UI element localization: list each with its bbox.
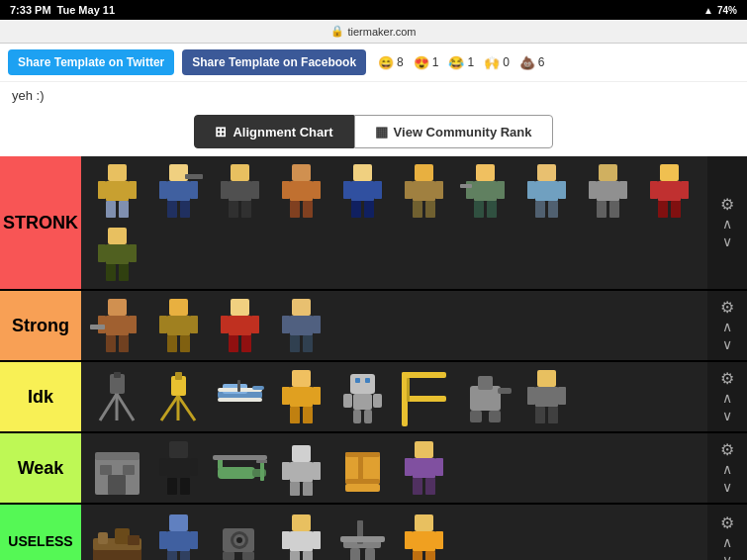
list-item[interactable] bbox=[271, 437, 330, 499]
down-button-useless[interactable]: ∨ bbox=[720, 552, 734, 561]
object-svg bbox=[458, 366, 513, 427]
svg-rect-72 bbox=[106, 335, 116, 352]
list-item[interactable] bbox=[210, 295, 269, 356]
reaction-hands[interactable]: 🙌 0 bbox=[484, 55, 510, 70]
gear-button-stronk[interactable]: ⚙ bbox=[718, 196, 736, 214]
svg-rect-199 bbox=[340, 536, 385, 542]
reaction-love[interactable]: 😍 1 bbox=[414, 55, 439, 70]
list-item[interactable] bbox=[271, 366, 330, 427]
up-button-strong[interactable]: ∧ bbox=[720, 319, 734, 334]
svg-rect-177 bbox=[169, 514, 188, 531]
list-item[interactable] bbox=[516, 366, 576, 427]
gear-button-useless[interactable]: ⚙ bbox=[718, 514, 736, 532]
main-content: Share Template on Twitter Share Template… bbox=[0, 44, 747, 560]
reaction-laugh[interactable]: 😂 1 bbox=[448, 55, 474, 70]
list-item[interactable] bbox=[394, 160, 453, 222]
svg-rect-197 bbox=[350, 548, 360, 561]
list-item[interactable] bbox=[271, 511, 330, 561]
svg-rect-174 bbox=[98, 532, 108, 544]
list-item[interactable] bbox=[394, 366, 453, 427]
gear-button-weak[interactable]: ⚙ bbox=[718, 441, 736, 459]
tab-community[interactable]: ▦ View Community Rank bbox=[354, 115, 553, 148]
list-item[interactable] bbox=[87, 160, 146, 222]
svg-rect-189 bbox=[292, 514, 311, 531]
action-bar: Share Template on Twitter Share Template… bbox=[0, 44, 747, 82]
object-svg bbox=[213, 511, 267, 561]
laugh-count: 1 bbox=[467, 55, 474, 69]
svg-rect-201 bbox=[413, 531, 435, 551]
up-button-idk[interactable]: ∧ bbox=[720, 390, 734, 406]
list-item[interactable] bbox=[210, 511, 269, 561]
list-item[interactable] bbox=[87, 366, 146, 427]
svg-rect-62 bbox=[108, 228, 127, 244]
list-item[interactable] bbox=[210, 366, 269, 427]
tier-label-useless: USELESS bbox=[0, 505, 81, 560]
list-item[interactable] bbox=[148, 160, 208, 222]
list-item[interactable] bbox=[210, 437, 269, 499]
share-twitter-button[interactable]: Share Template on Twitter bbox=[8, 49, 174, 75]
tier-row-strong: Strong bbox=[0, 291, 747, 362]
svg-rect-204 bbox=[413, 551, 422, 561]
svg-rect-5 bbox=[119, 201, 129, 218]
list-item[interactable] bbox=[394, 437, 453, 499]
svg-rect-88 bbox=[290, 316, 313, 335]
list-item[interactable] bbox=[87, 224, 146, 285]
svg-rect-69 bbox=[106, 316, 129, 335]
down-button-strong[interactable]: ∨ bbox=[720, 336, 734, 352]
svg-rect-55 bbox=[609, 201, 619, 218]
svg-rect-68 bbox=[108, 299, 127, 316]
svg-rect-57 bbox=[658, 181, 681, 201]
svg-rect-4 bbox=[106, 201, 116, 218]
list-item[interactable] bbox=[148, 511, 208, 561]
svg-line-97 bbox=[117, 394, 134, 420]
gear-button-strong[interactable]: ⚙ bbox=[718, 299, 736, 317]
object-svg bbox=[335, 437, 390, 499]
object-svg bbox=[274, 437, 328, 499]
svg-rect-1 bbox=[106, 181, 129, 201]
character-svg bbox=[90, 224, 144, 285]
up-button-stronk[interactable]: ∧ bbox=[720, 216, 734, 232]
list-item[interactable] bbox=[148, 366, 208, 427]
list-item[interactable] bbox=[87, 295, 146, 356]
svg-rect-12 bbox=[185, 174, 203, 179]
list-item[interactable] bbox=[578, 160, 637, 222]
list-item[interactable] bbox=[516, 160, 576, 222]
list-item[interactable] bbox=[332, 437, 392, 499]
list-item[interactable] bbox=[210, 160, 269, 222]
down-button-weak[interactable]: ∨ bbox=[720, 479, 734, 495]
up-button-weak[interactable]: ∧ bbox=[720, 461, 734, 477]
tab-alignment[interactable]: ⊞ Alignment Chart bbox=[194, 115, 353, 148]
share-facebook-button[interactable]: Share Template on Facebook bbox=[182, 49, 366, 75]
tier-controls-useless: ⚙ ∧ ∨ bbox=[707, 505, 747, 560]
svg-rect-27 bbox=[343, 181, 351, 199]
up-button-useless[interactable]: ∧ bbox=[720, 534, 734, 550]
list-item[interactable] bbox=[332, 160, 392, 222]
love-count: 1 bbox=[432, 55, 439, 69]
list-item[interactable] bbox=[148, 437, 208, 499]
list-item[interactable] bbox=[394, 511, 453, 561]
list-item[interactable] bbox=[455, 160, 514, 222]
svg-rect-125 bbox=[402, 372, 446, 378]
list-item[interactable] bbox=[271, 160, 330, 222]
list-item[interactable] bbox=[271, 295, 330, 356]
tier-items-weak bbox=[81, 433, 707, 503]
reaction-poop[interactable]: 💩 6 bbox=[519, 55, 545, 70]
list-item[interactable] bbox=[87, 511, 146, 561]
tier-row-weak: Weak bbox=[0, 433, 747, 505]
list-item[interactable] bbox=[87, 437, 146, 499]
svg-rect-80 bbox=[180, 335, 190, 352]
list-item[interactable] bbox=[148, 295, 208, 356]
svg-rect-19 bbox=[292, 164, 311, 181]
list-item[interactable] bbox=[455, 366, 514, 427]
gear-button-idk[interactable]: ⚙ bbox=[718, 370, 736, 388]
down-button-stronk[interactable]: ∨ bbox=[720, 233, 734, 249]
list-item[interactable] bbox=[332, 511, 392, 561]
list-item[interactable] bbox=[332, 366, 392, 427]
svg-rect-153 bbox=[260, 461, 264, 481]
community-grid-icon: ▦ bbox=[375, 124, 388, 140]
address-bar: 🔒 tiermaker.com bbox=[0, 20, 747, 44]
svg-rect-114 bbox=[303, 407, 313, 423]
reaction-smile[interactable]: 😄 8 bbox=[378, 55, 404, 70]
list-item[interactable] bbox=[639, 160, 699, 222]
down-button-idk[interactable]: ∨ bbox=[720, 408, 734, 423]
